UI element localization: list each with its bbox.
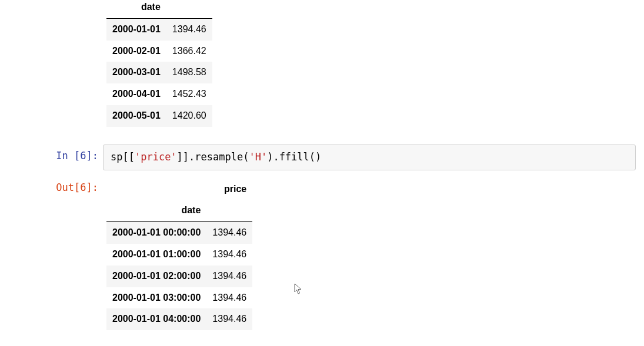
row-index: 2000-04-01 (106, 83, 166, 105)
table-row: 2000-01-01 03:00:001394.46 (106, 287, 252, 309)
dataframe-table-2: price date 2000-01-01 00:00:001394.46200… (106, 179, 252, 331)
cell-value: 1498.58 (166, 62, 212, 83)
output-area-6: price date 2000-01-01 00:00:001394.46200… (103, 176, 644, 338)
output-prompt-6: Out[6]: (0, 176, 103, 195)
table-row: 2000-01-01 00:00:001394.46 (106, 222, 252, 244)
table-row: 2000-01-01 01:00:001394.46 (106, 244, 252, 266)
blank-header (166, 0, 212, 18)
dataframe-table-1: date 2000-01-011394.462000-02-011366.422… (106, 0, 212, 127)
output-cell-6: Out[6]: price date 2000-01-01 00:00:0013… (0, 176, 644, 338)
output-cell-prev: date 2000-01-011394.462000-02-011366.422… (0, 0, 644, 134)
row-index: 2000-01-01 04:00:00 (106, 308, 206, 330)
jupyter-notebook: date 2000-01-011394.462000-02-011366.422… (0, 0, 644, 337)
table-row: 2000-01-01 02:00:001394.46 (106, 266, 252, 287)
blank-corner (106, 179, 206, 200)
table-row: 2000-05-011420.60 (106, 105, 212, 127)
table-row: 2000-03-011498.58 (106, 62, 212, 83)
row-index: 2000-01-01 01:00:00 (106, 244, 206, 266)
code-string-1: 'price' (135, 151, 177, 163)
cell-value: 1394.46 (206, 244, 252, 266)
code-fragment: sp[[ (111, 151, 135, 163)
cell-value: 1394.46 (206, 266, 252, 287)
row-index: 2000-01-01 00:00:00 (106, 222, 206, 244)
blank-header-2 (206, 200, 252, 221)
column-header-price: price (206, 179, 252, 200)
cell-value: 1394.46 (206, 287, 252, 309)
table-row: 2000-01-011394.46 (106, 18, 212, 40)
index-name-2: date (106, 200, 206, 221)
index-name-1: date (106, 0, 166, 18)
row-index: 2000-03-01 (106, 62, 166, 83)
table-row: 2000-02-011366.42 (106, 41, 212, 62)
input-area-6[interactable]: sp[['price']].resample('H').ffill() (103, 145, 644, 170)
code-input-6[interactable]: sp[['price']].resample('H').ffill() (103, 145, 636, 170)
row-index: 2000-01-01 02:00:00 (106, 266, 206, 287)
code-fragment: ).ffill() (267, 151, 321, 163)
table-row: 2000-01-01 04:00:001394.46 (106, 308, 252, 330)
output-area-prev: date 2000-01-011394.462000-02-011366.422… (103, 0, 644, 134)
code-string-2: 'H' (249, 151, 267, 163)
row-index: 2000-01-01 03:00:00 (106, 287, 206, 309)
prompt-empty (0, 0, 103, 5)
input-prompt-6: In [6]: (0, 145, 103, 163)
cell-value: 1394.46 (206, 308, 252, 330)
cell-value: 1366.42 (166, 41, 212, 62)
cell-value: 1420.60 (166, 105, 212, 127)
row-index: 2000-02-01 (106, 41, 166, 62)
cell-value: 1452.43 (166, 83, 212, 105)
code-cell-6: In [6]: sp[['price']].resample('H').ffil… (0, 145, 644, 170)
code-fragment: ]].resample( (177, 151, 249, 163)
cell-value: 1394.46 (206, 222, 252, 244)
cell-value: 1394.46 (166, 18, 212, 40)
table-row: 2000-04-011452.43 (106, 83, 212, 105)
row-index: 2000-01-01 (106, 18, 166, 40)
row-index: 2000-05-01 (106, 105, 166, 127)
